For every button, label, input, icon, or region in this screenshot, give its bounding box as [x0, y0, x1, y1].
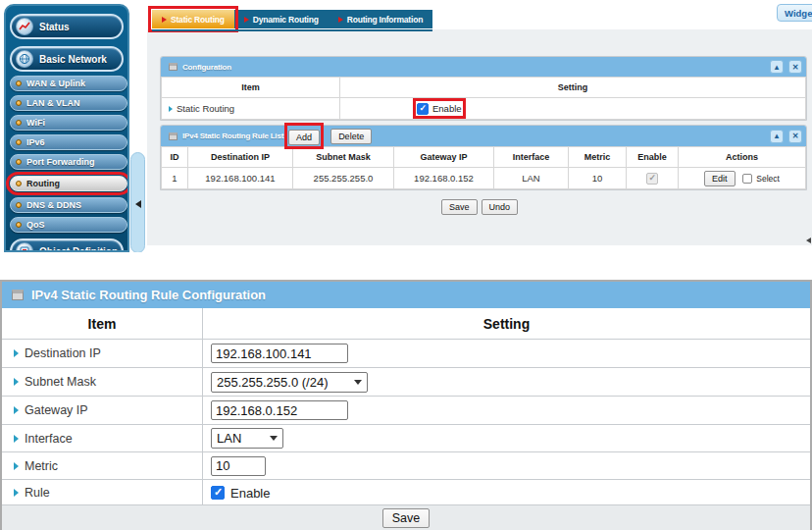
sidebar-item-dns-ddns[interactable]: DNS & DDNS [10, 197, 127, 213]
item-arrow-icon [14, 406, 19, 414]
cell-destination-ip: 192.168.100.141 [188, 168, 293, 189]
bullet-dot-icon [16, 222, 22, 228]
item-arrow-icon [14, 435, 19, 443]
status-chart-icon [16, 18, 33, 35]
item-arrow-icon [169, 106, 173, 112]
column-header-subnet-mask: Subnet Mask [293, 147, 394, 168]
bullet-dot-icon [16, 120, 22, 126]
row-enable-checkbox [646, 173, 658, 185]
gateway-ip-input[interactable] [211, 400, 348, 420]
bullet-dot-icon [16, 181, 22, 186]
sidebar-item-ipv6[interactable]: IPv6 [10, 134, 127, 150]
close-panel-button[interactable]: ✕ [788, 130, 802, 143]
dialog-header: IPv4 Static Routing Rule Configuration [2, 282, 810, 308]
subnet-mask-select[interactable]: 255.255.255.0 (/24) [211, 372, 368, 393]
sidebar-item-qos[interactable]: QoS [10, 217, 127, 233]
column-header-metric: Metric [569, 147, 627, 168]
close-panel-button[interactable]: ✕ [788, 60, 802, 74]
column-header-setting: Setting [340, 78, 806, 98]
cell-subnet-mask: 255.255.255.0 [293, 168, 394, 189]
sidebar-item-routing[interactable]: Routing [10, 176, 127, 191]
sidebar-item-object-definition[interactable]: Object Definition [10, 238, 124, 252]
tab-arrow-icon [162, 17, 167, 23]
tab-dynamic-routing[interactable]: Dynamic Routing [234, 10, 329, 28]
cell-metric: 10 [569, 168, 627, 189]
sidebar-collapse-handle[interactable] [130, 152, 145, 252]
delete-button[interactable]: Delete [330, 129, 372, 144]
tab-bar: Static Routing Dynamic Routing Routing I… [152, 10, 432, 28]
collapse-panel-button[interactable]: ▴ [770, 60, 784, 74]
column-header-item: Item [162, 78, 340, 98]
cell-id: 1 [162, 168, 188, 189]
rule-list-panel: IPv4 Static Routing Rule List Add Delete… [160, 125, 807, 190]
bullet-dot-icon [16, 100, 22, 106]
cell-actions: Edit Select [679, 168, 806, 189]
rule-config-dialog: IPv4 Static Routing Rule Configuration I… [0, 280, 812, 530]
enable-annotation: Enable [417, 102, 462, 114]
column-header-destination-ip: Destination IP [188, 147, 293, 168]
cell-enable [627, 168, 679, 189]
sidebar-item-label: Basic Network [39, 54, 107, 65]
main-area: Static Routing Dynamic Routing Routing I… [147, 0, 812, 252]
widget-button[interactable]: Widget [777, 4, 812, 22]
sidebar-item-status[interactable]: Status [10, 14, 124, 39]
interface-select[interactable]: LAN [211, 428, 283, 449]
panel-title: Configuration [182, 63, 231, 72]
form-row-rule: Rule Enable [2, 480, 810, 505]
rule-list-panel-header: IPv4 Static Routing Rule List Add Delete… [161, 126, 806, 146]
chevron-down-icon [354, 380, 362, 385]
tab-static-routing[interactable]: Static Routing [152, 10, 234, 28]
sidebar-item-wan-uplink[interactable]: WAN & Uplink [10, 76, 127, 91]
dialog-footer: Save [2, 504, 810, 530]
window-icon [12, 290, 24, 300]
column-header-interface: Interface [494, 147, 569, 168]
bullet-dot-icon [16, 202, 22, 208]
form-save-button[interactable]: Save [382, 508, 430, 528]
cell-gateway-ip: 192.168.0.152 [394, 168, 494, 189]
sidebar-item-basic-network[interactable]: Basic Network [10, 46, 124, 72]
configuration-table: Item Setting Static Routing Enable [161, 77, 806, 120]
bullet-dot-icon [16, 159, 22, 165]
row-select-checkbox[interactable] [742, 174, 752, 184]
undo-button[interactable]: Undo [482, 199, 519, 215]
rule-enable-checkbox[interactable] [211, 486, 225, 500]
form-row-interface: Interface LAN [2, 425, 810, 452]
column-header-actions: Actions [679, 147, 806, 168]
table-row: 1 192.168.100.141 255.255.255.0 192.168.… [162, 168, 806, 189]
sidebar-item-lan-vlan[interactable]: LAN & VLAN [10, 95, 127, 111]
setting-cell: Enable [340, 98, 806, 120]
destination-ip-input[interactable] [211, 344, 348, 363]
form-row-metric: Metric [2, 452, 810, 480]
edit-button[interactable]: Edit [704, 171, 736, 186]
sidebar-item-label: Object Definition [39, 246, 118, 253]
configuration-panel-header: Configuration ▴ ✕ [161, 57, 806, 77]
static-routing-enable-checkbox[interactable] [417, 103, 429, 115]
sidebar-item-wifi[interactable]: WiFi [10, 115, 127, 131]
rule-list-table: ID Destination IP Subnet Mask Gateway IP… [161, 146, 806, 189]
action-button-row: SaveUndo [147, 196, 812, 215]
item-arrow-icon [14, 349, 19, 357]
collapse-left-arrow-icon [135, 200, 141, 208]
column-header-setting: Setting [203, 308, 810, 339]
sidebar-item-port-forwarding[interactable]: Port Forwarding [10, 154, 127, 170]
tab-routing-information[interactable]: Routing Information [329, 10, 432, 28]
dialog-title: IPv4 Static Routing Rule Configuration [31, 288, 266, 302]
form-row-destination-ip: Destination IP [2, 340, 810, 368]
window-icon [169, 132, 178, 140]
item-arrow-icon [14, 462, 19, 470]
chevron-down-icon [270, 436, 278, 441]
column-header-enable: Enable [627, 147, 679, 168]
metric-input[interactable] [211, 456, 266, 476]
column-header-id: ID [162, 147, 188, 168]
sidebar: Status Basic Network WAN & Uplink LAN & … [4, 4, 129, 252]
add-button[interactable]: Add [288, 130, 320, 145]
table-row: Static Routing Enable [162, 98, 806, 120]
save-button[interactable]: Save [441, 199, 478, 215]
cell-interface: LAN [494, 168, 569, 189]
collapse-panel-button[interactable]: ▴ [770, 130, 784, 143]
tab-arrow-icon [244, 17, 249, 23]
window-icon [169, 63, 178, 71]
globe-icon [16, 50, 33, 68]
router-admin-capture: Status Basic Network WAN & Uplink LAN & … [0, 0, 812, 252]
row-label-cell: Static Routing [162, 98, 340, 120]
